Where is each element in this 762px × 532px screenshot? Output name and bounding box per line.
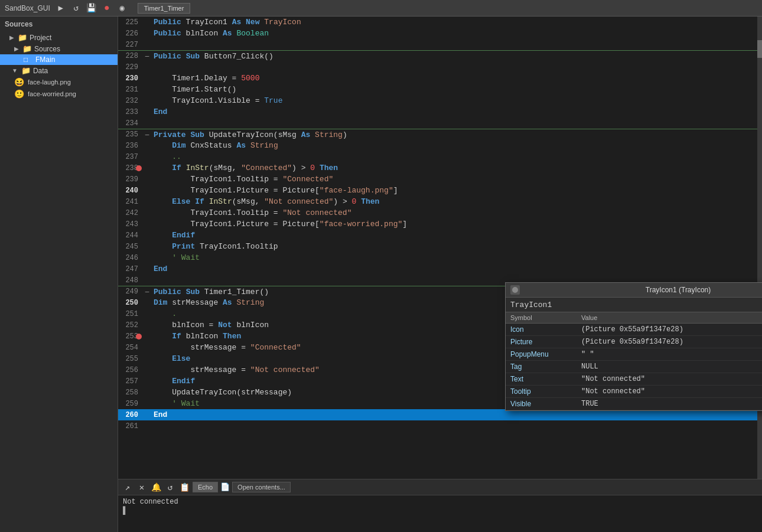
code-line-235: 235 — Private Sub UpdateTrayIcon(sMsg As… bbox=[118, 129, 762, 140]
line-num-234: 234 bbox=[118, 119, 143, 128]
app-title: SandBox_GUI bbox=[5, 4, 50, 12]
tab-timer1-timer[interactable]: Timer1_Timer bbox=[138, 3, 191, 14]
fmain-label: FMain bbox=[35, 56, 55, 64]
breakpoint-253 bbox=[136, 334, 142, 340]
code-content-231: Timer1.Start() bbox=[151, 85, 762, 94]
sidebar-item-fmain[interactable]: □ FMain bbox=[0, 54, 118, 65]
popup-symbol-cell: Visible bbox=[506, 398, 577, 410]
col-symbol-header: Symbol bbox=[506, 312, 577, 324]
code-line-228: 228 — Public Sub Button7_Click() bbox=[118, 50, 762, 61]
popup-table-row[interactable]: Text"Not connected" bbox=[506, 373, 762, 386]
popup-value-cell: "Not connected" bbox=[577, 373, 762, 386]
bottom-icon-refresh[interactable]: ↺ bbox=[164, 481, 176, 493]
line-num-256: 256 bbox=[118, 366, 143, 374]
bottom-icon-bell[interactable]: 🔔 bbox=[150, 481, 162, 493]
code-line-225: 225 Public TrayIcon1 As New TrayIcon bbox=[118, 17, 762, 28]
popup-title-text: TrayIcon1 (TrayIcon) bbox=[523, 286, 762, 294]
code-content-234 bbox=[151, 119, 762, 128]
line-num-229: 229 bbox=[118, 63, 143, 71]
collapse-249[interactable]: — bbox=[143, 288, 151, 295]
sources-folder-icon: 📁 bbox=[22, 44, 32, 53]
popup-table-row[interactable]: PopupMenu" " bbox=[506, 348, 762, 361]
code-content-243: TrayIcon1.Picture = Picture["face-worrie… bbox=[151, 220, 762, 229]
svg-point-0 bbox=[512, 287, 518, 293]
line-num-248: 248 bbox=[118, 276, 143, 285]
code-line-227: 227 bbox=[118, 39, 762, 50]
open-contents-icon: 📄 bbox=[220, 482, 230, 492]
line-num-252: 252 bbox=[118, 321, 143, 329]
code-content-230: Timer1.Delay = 5000 bbox=[151, 74, 762, 83]
line-num-260: 260 bbox=[118, 411, 143, 419]
sidebar-item-face-laugh[interactable]: 😆 face-laugh.png bbox=[0, 76, 118, 88]
code-content-240: TrayIcon1.Picture = Picture["face-laugh.… bbox=[151, 186, 762, 195]
line-num-233: 233 bbox=[118, 108, 143, 116]
popup-table-row[interactable]: Icon(Picture 0x55a9f1347e28) bbox=[506, 324, 762, 336]
project-folder-icon: 📁 bbox=[18, 33, 27, 42]
popup-table-row[interactable]: Tooltip"Not connected" bbox=[506, 386, 762, 398]
popup-symbol-cell: PopupMenu bbox=[506, 348, 577, 361]
code-content-237: .. bbox=[151, 152, 762, 161]
popup-header-row: TrayIcon1 + &H bbox=[506, 298, 762, 312]
code-content-241: Else If InStr(sMsg, "Not connected") > 0… bbox=[151, 197, 762, 206]
code-line-246: 246 ' Wait bbox=[118, 252, 762, 263]
line-num-239: 239 bbox=[118, 175, 143, 184]
line-num-238: 238 bbox=[118, 164, 143, 172]
line-num-257: 257 bbox=[118, 377, 143, 386]
line-num-249: 249 bbox=[118, 288, 143, 296]
code-content-242: TrayIcon1.Tooltip = "Not connected" bbox=[151, 208, 762, 217]
sidebar-header: Sources bbox=[0, 17, 118, 32]
code-content-246: ' Wait bbox=[151, 253, 762, 262]
scrollbar-thumb[interactable] bbox=[757, 40, 762, 58]
line-num-227: 227 bbox=[118, 41, 143, 49]
line-num-230: 230 bbox=[118, 74, 143, 83]
popup-symbol-cell: Picture bbox=[506, 336, 577, 348]
popup-table: Symbol Value Icon(Picture 0x55a9f1347e28… bbox=[506, 312, 762, 410]
popup-table-row[interactable]: VisibleTRUE bbox=[506, 398, 762, 410]
code-line-242: 242 TrayIcon1.Tooltip = "Not connected" bbox=[118, 207, 762, 218]
popup-table-row[interactable]: Picture(Picture 0x55a9f1347e28) bbox=[506, 336, 762, 348]
line-num-253: 253 bbox=[118, 332, 143, 341]
code-line-244: 244 Endif bbox=[118, 230, 762, 241]
code-line-230: 230 Timer1.Delay = 5000 bbox=[118, 73, 762, 84]
save-icon[interactable]: 💾 bbox=[86, 2, 97, 14]
code-content-260: End bbox=[151, 410, 762, 419]
collapse-228[interactable]: — bbox=[143, 53, 151, 60]
watch-icon[interactable]: ◉ bbox=[116, 2, 128, 14]
collapse-235[interactable]: — bbox=[143, 131, 151, 138]
fmain-file-icon: □ bbox=[24, 56, 33, 64]
code-content-227 bbox=[151, 40, 762, 49]
line-num-243: 243 bbox=[118, 220, 143, 229]
popup-title-icon bbox=[510, 285, 520, 295]
stop-icon[interactable]: ● bbox=[101, 2, 113, 14]
sources-label: Sources bbox=[34, 45, 60, 53]
code-line-238: 238 If InStr(sMsg, "Connected") > 0 Then bbox=[118, 162, 762, 174]
bottom-icon-x[interactable]: ✕ bbox=[136, 481, 148, 493]
code-line-226: 226 Public blnIcon As Boolean bbox=[118, 28, 762, 39]
popup-table-body: Icon(Picture 0x55a9f1347e28)Picture(Pict… bbox=[506, 324, 762, 410]
code-content-225: Public TrayIcon1 As New TrayIcon bbox=[151, 18, 762, 27]
code-line-234: 234 bbox=[118, 118, 762, 129]
sidebar-item-face-worried[interactable]: 🙂 face-worried.png bbox=[0, 88, 118, 100]
code-line-237: 237 .. bbox=[118, 151, 762, 162]
line-num-254: 254 bbox=[118, 344, 143, 352]
echo-button[interactable]: Echo bbox=[193, 482, 218, 492]
line-num-259: 259 bbox=[118, 400, 143, 408]
data-section-header[interactable]: ▼ 📁 Data bbox=[0, 65, 118, 76]
bottom-icon-clipboard[interactable]: 📋 bbox=[178, 481, 190, 493]
open-contents-button[interactable]: Open contents... bbox=[232, 482, 291, 492]
popup-titlebar: TrayIcon1 (TrayIcon) □ ✕ bbox=[506, 283, 762, 298]
code-content-244: Endif bbox=[151, 231, 762, 240]
code-line-245: 245 Print TrayIcon1.Tooltip bbox=[118, 241, 762, 252]
popup-window: TrayIcon1 (TrayIcon) □ ✕ TrayIcon1 + &H … bbox=[505, 282, 762, 411]
toolbar-icons: ▶ ↺ 💾 ● ◉ bbox=[55, 2, 128, 14]
code-content-232: TrayIcon1.Visible = True bbox=[151, 96, 762, 105]
sidebar-item-project[interactable]: ▶ 📁 Project bbox=[0, 32, 118, 43]
sidebar-item-sources[interactable]: ▶ 📁 Sources bbox=[0, 43, 118, 54]
face-worried-label: face-worried.png bbox=[28, 90, 76, 97]
popup-table-row[interactable]: TagNULL bbox=[506, 361, 762, 373]
col-value-header: Value bbox=[577, 312, 762, 324]
code-content-239: TrayIcon1.Tooltip = "Connected" bbox=[151, 175, 762, 184]
run-icon[interactable]: ▶ bbox=[55, 2, 67, 14]
bottom-icon-arrow[interactable]: ↗ bbox=[122, 481, 133, 493]
refresh-icon[interactable]: ↺ bbox=[70, 2, 82, 14]
